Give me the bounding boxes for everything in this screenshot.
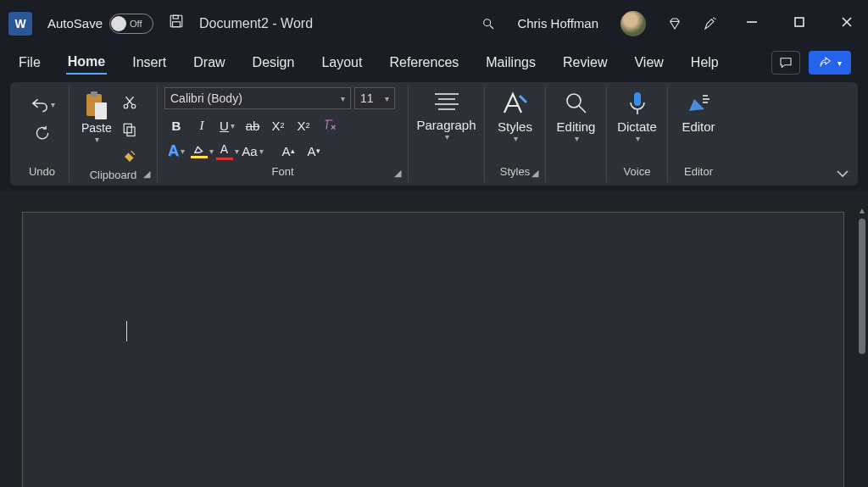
tab-layout[interactable]: Layout	[320, 52, 364, 74]
svg-rect-2	[173, 22, 181, 27]
tab-home[interactable]: Home	[66, 51, 107, 75]
cut-button[interactable]	[117, 91, 142, 114]
font-color-button[interactable]: A ▾	[215, 140, 239, 162]
clipboard-dialog-launcher[interactable]: ◢	[143, 169, 150, 180]
font-size-value: 11	[360, 91, 374, 105]
tab-file[interactable]: File	[17, 52, 42, 74]
chevron-down-icon: ▾	[575, 134, 579, 143]
svg-point-3	[484, 19, 491, 25]
svg-line-16	[125, 97, 132, 104]
grow-font-button[interactable]: A▴	[276, 140, 300, 162]
tab-view[interactable]: View	[632, 52, 665, 74]
editing-button[interactable]: Editing ▾	[548, 87, 604, 147]
styles-big-label: Styles	[498, 119, 532, 134]
tab-review[interactable]: Review	[561, 52, 609, 74]
styles-button[interactable]: Styles ▾	[489, 87, 541, 147]
paragraph-button[interactable]: Paragraph ▾	[408, 87, 484, 145]
dictate-button[interactable]: Dictate ▾	[609, 87, 665, 147]
subscript-button[interactable]: X2	[266, 114, 290, 136]
premium-diamond-icon[interactable]	[668, 17, 682, 30]
search-button[interactable]	[481, 17, 495, 30]
autosave-state: Off	[130, 19, 142, 29]
document-page[interactable]	[22, 212, 844, 487]
copy-button[interactable]	[117, 118, 142, 141]
tab-help[interactable]: Help	[689, 52, 721, 74]
underline-button[interactable]: U▾	[215, 114, 239, 136]
svg-line-19	[131, 151, 135, 155]
font-size-select[interactable]: 11 ▾	[354, 87, 395, 109]
close-button[interactable]	[834, 16, 860, 31]
scroll-thumb[interactable]	[859, 219, 865, 354]
italic-button[interactable]: I	[190, 114, 214, 136]
editor-big-label: Editor	[682, 119, 715, 134]
chevron-down-icon: ▾	[636, 134, 640, 143]
svg-rect-12	[95, 102, 107, 119]
svg-point-14	[131, 104, 136, 108]
format-painter-button[interactable]	[117, 145, 142, 169]
share-button[interactable]: ▾	[809, 51, 851, 75]
editor-button[interactable]: Editor	[673, 87, 723, 137]
group-label-editor: Editor	[675, 162, 722, 180]
dictate-big-label: Dictate	[617, 119, 657, 134]
font-name-value: Calibri (Body)	[170, 91, 242, 105]
styles-dialog-launcher[interactable]: ◢	[531, 168, 538, 179]
group-label-voice: Voice	[614, 162, 660, 180]
font-color-swatch	[216, 158, 233, 160]
repeat-button[interactable]	[30, 121, 55, 145]
chevron-down-icon: ▾	[51, 100, 55, 109]
strikethrough-button[interactable]: ab	[241, 114, 264, 136]
scroll-up-icon[interactable]: ▲	[856, 206, 868, 215]
svg-line-4	[490, 25, 493, 29]
document-title: Document2 - Word	[199, 16, 313, 31]
bold-button[interactable]: B	[164, 114, 188, 136]
highlight-color-swatch	[191, 156, 208, 158]
toggle-knob-icon	[111, 16, 126, 31]
comments-button[interactable]	[771, 51, 800, 75]
word-app-icon: W	[8, 12, 32, 36]
save-button[interactable]	[169, 14, 184, 33]
chevron-down-icon: ▾	[231, 121, 235, 130]
chevron-down-icon: ▾	[341, 94, 345, 103]
group-label-editing	[553, 162, 599, 180]
maximize-button[interactable]	[787, 16, 812, 31]
tab-draw[interactable]: Draw	[192, 52, 226, 74]
text-cursor	[126, 321, 127, 341]
ribbon-tabs: File Home Insert Draw Design Layout Refe…	[0, 47, 868, 79]
text-effects-button[interactable]: A▾	[164, 140, 188, 162]
font-dialog-launcher[interactable]: ◢	[394, 168, 401, 179]
undo-button[interactable]: ▾	[30, 92, 55, 116]
chevron-down-icon: ▾	[209, 147, 214, 156]
user-name[interactable]: Chris Hoffman	[517, 16, 598, 30]
svg-point-24	[567, 94, 581, 108]
ribbon: ▾ Undo Paste ▾	[10, 82, 858, 185]
svg-rect-17	[124, 124, 131, 133]
collapse-ribbon-button[interactable]	[836, 167, 849, 180]
vertical-scrollbar[interactable]: ▲	[856, 191, 868, 487]
autosave-label: AutoSave	[47, 16, 103, 30]
pen-mode-icon[interactable]	[704, 17, 717, 30]
tab-insert[interactable]: Insert	[131, 52, 168, 74]
svg-point-13	[124, 104, 128, 108]
font-name-select[interactable]: Calibri (Body) ▾	[164, 87, 351, 109]
editing-big-label: Editing	[557, 119, 596, 134]
minimize-button[interactable]	[739, 16, 765, 31]
superscript-button[interactable]: X2	[292, 114, 315, 136]
shrink-font-button[interactable]: A▾	[302, 140, 326, 162]
user-avatar[interactable]	[620, 11, 646, 36]
autosave-toggle[interactable]: Off	[109, 14, 153, 34]
svg-rect-11	[91, 91, 97, 97]
chevron-down-icon: ▾	[514, 134, 518, 143]
svg-rect-18	[127, 127, 135, 136]
group-label-paragraph	[415, 162, 477, 180]
highlight-button[interactable]: ▾	[190, 140, 214, 162]
tab-references[interactable]: References	[387, 52, 460, 74]
tab-mailings[interactable]: Mailings	[484, 52, 537, 74]
title-bar: W AutoSave Off Document2 - Word Chris Ho…	[0, 0, 868, 47]
chevron-down-icon: ▾	[837, 58, 842, 68]
paste-button[interactable]: Paste ▾	[76, 87, 117, 146]
group-label-undo: Undo	[22, 162, 62, 180]
tab-design[interactable]: Design	[251, 52, 297, 74]
change-case-button[interactable]: Aa▾	[241, 140, 264, 162]
clear-formatting-button[interactable]	[317, 114, 341, 136]
svg-line-15	[127, 97, 134, 104]
